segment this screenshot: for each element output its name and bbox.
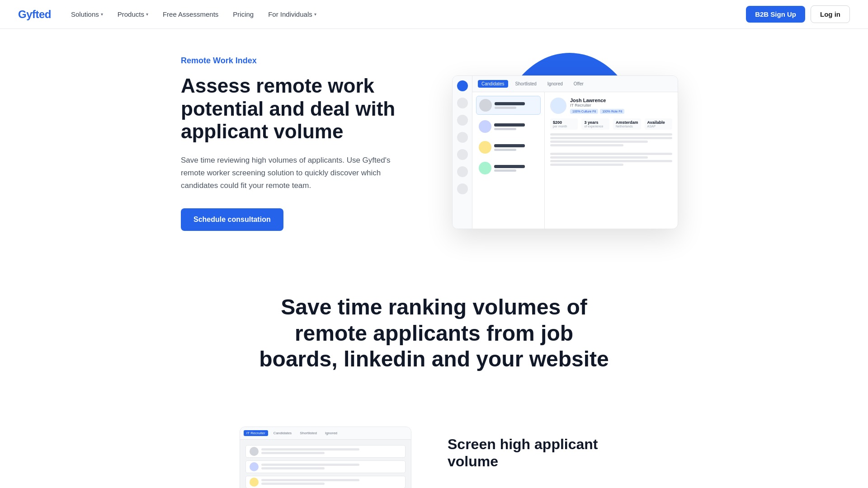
navbar-right: B2B Sign Up Log in (746, 5, 850, 23)
stat-salary: $200 per month (550, 118, 578, 130)
profile-avatar (550, 98, 566, 114)
profile-info: Josh Lawrence IT Recruiter 100% Culture … (570, 98, 624, 114)
screen-tab: IT Recruiter (244, 430, 268, 436)
navbar: Gyfted Solutions ▾ Products ▾ Free Asses… (0, 0, 868, 29)
nav-item-free-assessments[interactable]: Free Assessments (157, 7, 224, 22)
mock-sidebar-dot (457, 80, 468, 91)
stat-val: Available (647, 120, 670, 125)
screen-row-lines (261, 464, 401, 469)
row-line (261, 448, 359, 450)
text-line (550, 164, 623, 166)
row-line (261, 464, 359, 466)
text-line (550, 141, 648, 143)
logo[interactable]: Gyfted (18, 8, 51, 21)
mock-top-bar: Candidates Shortlisted Ignored Offer (472, 76, 678, 92)
text-line (550, 153, 672, 155)
screen-tab: Shortlisted (297, 430, 320, 436)
avatar (479, 162, 491, 174)
nav-item-solutions[interactable]: Solutions ▾ (66, 7, 108, 22)
stat-val: Amsterdam (616, 120, 638, 125)
text-line (550, 160, 672, 162)
mock-tab-candidates: Candidates (478, 80, 508, 88)
list-item (476, 117, 541, 136)
nav-products-label: Products (118, 10, 144, 18)
sub-line (494, 149, 516, 151)
avatar (479, 141, 491, 154)
hero-title: Assess remote work potential and deal wi… (181, 75, 407, 143)
hero-image: Candidates Shortlisted Ignored Offer (452, 62, 687, 225)
mock-candidate-list (472, 92, 545, 229)
stat-availability: Available ASAP (645, 118, 672, 130)
section2: Save time ranking volumes of remote appl… (0, 258, 868, 418)
name-block (494, 165, 538, 172)
navbar-left: Gyfted Solutions ▾ Products ▾ Free Asses… (18, 7, 322, 22)
screen-tab: Candidates (271, 430, 294, 436)
screen-aside: Screen high applicant volume (448, 427, 628, 470)
row-line (261, 479, 359, 481)
b2b-signup-button[interactable]: B2B Sign Up (746, 6, 805, 23)
hero-content: Remote Work Index Assess remote work pot… (181, 56, 407, 231)
nav-item-for-individuals[interactable]: For Individuals ▾ (263, 7, 322, 22)
name-block (495, 102, 538, 109)
hero-section: Remote Work Index Assess remote work pot… (163, 29, 705, 258)
nav-assessments-label: Free Assessments (163, 10, 218, 18)
name-block (494, 144, 538, 151)
screen-row-avatar (250, 462, 259, 471)
screen-row (245, 476, 406, 488)
section2-title: Save time ranking volumes of remote appl… (258, 294, 610, 372)
avatar (479, 120, 491, 133)
nav-solutions-label: Solutions (71, 10, 99, 18)
screen-row-avatar (250, 478, 259, 487)
profile-header: Josh Lawrence IT Recruiter 100% Culture … (550, 98, 672, 114)
nav-item-products[interactable]: Products ▾ (112, 7, 154, 22)
mock-sidebar-dot (457, 132, 468, 143)
screen-tab: Ignored (322, 430, 340, 436)
name-line (494, 165, 525, 168)
screen-top-bar: IT Recruiter Candidates Shortlisted Igno… (240, 427, 411, 440)
login-button[interactable]: Log in (811, 5, 850, 23)
mock-tab-shortlisted: Shortlisted (512, 80, 540, 88)
mock-candidate-detail: Josh Lawrence IT Recruiter 100% Culture … (545, 92, 678, 229)
stat-val: 3 years (584, 120, 606, 125)
mock-sidebar-dot (457, 183, 468, 194)
mock-content: Josh Lawrence IT Recruiter 100% Culture … (472, 92, 678, 229)
text-line (550, 144, 623, 146)
mock-sidebar-dot (457, 98, 468, 108)
profile-name: Josh Lawrence (570, 98, 624, 103)
avatar (479, 99, 492, 112)
screen-row-lines (261, 479, 401, 485)
sub-line (494, 128, 516, 130)
row-line (261, 467, 325, 469)
screen-aside-title: Screen high applicant volume (448, 436, 628, 470)
name-line (494, 144, 525, 147)
mock-main: Candidates Shortlisted Ignored Offer (472, 76, 678, 229)
chevron-down-icon: ▾ (101, 12, 103, 17)
stat-label: per month (553, 125, 575, 128)
screen-row (245, 460, 406, 473)
sub-line (494, 169, 516, 172)
mock-sidebar (453, 76, 472, 229)
culture-fit-badge: 100% Culture Fit (570, 109, 598, 114)
screen-row-lines (261, 448, 401, 454)
nav-item-pricing[interactable]: Pricing (227, 7, 259, 22)
mock-sidebar-dot (457, 149, 468, 160)
chevron-down-icon: ▾ (314, 12, 316, 17)
stat-label: ASAP (647, 125, 670, 128)
logo-text-rest: yfted (26, 8, 51, 20)
list-item (476, 159, 541, 177)
screen-section: IT Recruiter Candidates Shortlisted Igno… (163, 418, 705, 488)
stat-label: Netherlands (616, 125, 638, 128)
nav-pricing-label: Pricing (233, 10, 254, 18)
mock-sidebar-dot (457, 166, 468, 177)
name-line (495, 102, 525, 105)
stat-location: Amsterdam Netherlands (613, 118, 641, 130)
name-block (494, 123, 538, 130)
screen-row-avatar (250, 447, 259, 456)
list-item (476, 138, 541, 156)
role-fit-badge: 100% Role Fit (600, 109, 624, 114)
screen-mockup: IT Recruiter Candidates Shortlisted Igno… (240, 427, 411, 488)
screen-mock-inner (240, 440, 411, 488)
schedule-consultation-button[interactable]: Schedule consultation (181, 208, 283, 231)
stat-val: $200 (553, 120, 575, 125)
chevron-down-icon: ▾ (146, 12, 148, 17)
